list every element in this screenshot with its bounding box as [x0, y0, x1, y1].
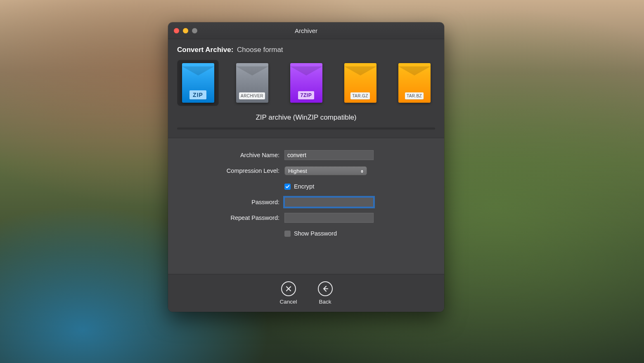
envelope-icon: ARCHIVER [236, 63, 268, 103]
envelope-icon: ZIP [182, 63, 214, 103]
encrypt-label: Encrypt [294, 183, 314, 190]
section-divider [177, 127, 435, 130]
titlebar: Archiver [168, 22, 444, 39]
format-tarbz[interactable]: TAR.BZ [393, 60, 435, 106]
heading-sub: Choose format [237, 46, 283, 54]
zoom-window-button[interactable] [192, 28, 197, 33]
format-targz[interactable]: TAR.GZ [339, 60, 381, 106]
format-section: Convert Archive: Choose format ZIP ARCHI… [168, 39, 444, 138]
format-tag: TAR.GZ [350, 92, 369, 99]
heading-bold: Convert Archive: [177, 46, 233, 54]
compression-level-select[interactable]: Highest [284, 166, 367, 175]
cancel-label: Cancel [279, 299, 297, 305]
envelope-icon: TAR.BZ [398, 63, 431, 103]
format-archiver[interactable]: ARCHIVER [231, 60, 273, 106]
format-description: ZIP archive (WinZIP compatible) [177, 113, 435, 122]
show-password-checkbox[interactable] [284, 231, 291, 237]
envelope-icon: 7ZIP [290, 63, 322, 103]
close-window-button[interactable] [174, 28, 179, 33]
compression-level-label: Compression Level: [178, 167, 284, 174]
encrypt-checkbox[interactable] [284, 184, 291, 190]
envelope-icon: TAR.GZ [344, 63, 376, 103]
cancel-button[interactable]: Cancel [279, 281, 297, 305]
format-tag: ARCHIVER [239, 92, 265, 99]
format-tag: 7ZIP [298, 91, 314, 99]
page-heading: Convert Archive: Choose format [177, 46, 435, 54]
password-input[interactable] [284, 197, 374, 207]
window-controls [174, 28, 197, 33]
repeat-password-label: Repeat Password: [178, 214, 284, 221]
minimize-window-button[interactable] [183, 28, 188, 33]
back-label: Back [319, 299, 331, 305]
cancel-icon [281, 281, 296, 296]
format-tag: ZIP [189, 90, 206, 99]
back-arrow-icon [318, 281, 333, 296]
select-arrows-icon [360, 167, 364, 175]
password-label: Password: [178, 199, 284, 205]
archive-name-input[interactable] [284, 150, 374, 160]
window-title: Archiver [168, 27, 444, 34]
archive-name-label: Archive Name: [178, 152, 284, 158]
repeat-password-input[interactable] [284, 213, 374, 223]
format-choices: ZIP ARCHIVER 7ZIP TAR.GZ [177, 60, 435, 106]
format-tag: TAR.BZ [405, 92, 424, 99]
format-zip[interactable]: ZIP [177, 60, 219, 106]
compression-level-value: Highest [288, 168, 307, 174]
back-button[interactable]: Back [318, 281, 333, 305]
archiver-window: Archiver Convert Archive: Choose format … [168, 22, 444, 312]
checkmark-icon [285, 184, 290, 189]
desktop-wallpaper: Archiver Convert Archive: Choose format … [0, 0, 644, 363]
format-7zip[interactable]: 7ZIP [285, 60, 327, 106]
footer: Cancel Back [168, 274, 444, 312]
options-form: Archive Name: Compression Level: Highest [168, 138, 444, 274]
show-password-label: Show Password [294, 230, 337, 237]
